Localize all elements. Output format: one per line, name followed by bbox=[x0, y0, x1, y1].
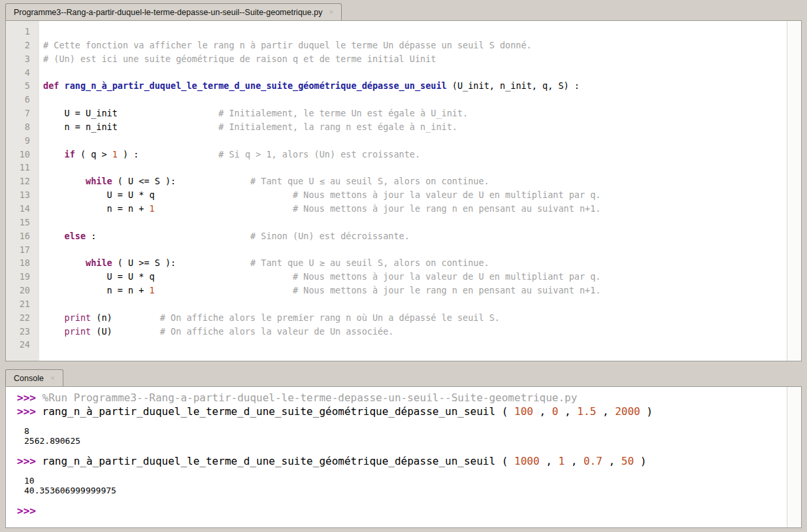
console-output[interactable]: >>> %Run Programme3--Rang-a-partir-duque… bbox=[6, 387, 787, 527]
console-line: 2562.890625 bbox=[17, 437, 787, 446]
line-number: 4 bbox=[6, 66, 30, 80]
console-prompt: >>> bbox=[17, 391, 42, 404]
code-line: n = n + 1 # Nous mettons à jour le rang … bbox=[43, 284, 787, 297]
line-number: 22 bbox=[6, 311, 30, 325]
code-line bbox=[43, 161, 787, 175]
console-output-text: 10 bbox=[24, 476, 35, 486]
thonny-window: { "colors": { "window_bg": "#d3cfc8", "t… bbox=[0, 0, 807, 532]
editor-tab-title: Programme3--Rang-a-partir-duquel-le-term… bbox=[14, 8, 322, 17]
line-number: 15 bbox=[6, 216, 30, 229]
line-number: 3 bbox=[6, 52, 30, 66]
code-line bbox=[43, 297, 787, 311]
line-number: 17 bbox=[6, 243, 30, 257]
console-line: 40.353606999999975 bbox=[17, 486, 787, 496]
line-number: 9 bbox=[6, 134, 30, 148]
code-line: print (U) # On affiche alors la valeur d… bbox=[43, 325, 787, 339]
console-line: 8 bbox=[17, 427, 787, 437]
console-panel: >>> %Run Programme3--Rang-a-partir-duque… bbox=[5, 386, 802, 528]
code-line: else : # Sinon (Un) est décroissante. bbox=[43, 229, 787, 243]
console-tab-title: Console bbox=[14, 374, 44, 383]
console-output-text: 40.353606999999975 bbox=[24, 486, 116, 495]
line-number: 11 bbox=[6, 161, 30, 175]
code-line bbox=[43, 66, 787, 80]
console-line: >>> bbox=[17, 504, 787, 518]
console-gap bbox=[17, 418, 787, 427]
console-gap bbox=[17, 446, 787, 454]
code-line bbox=[43, 243, 787, 257]
line-number: 5 bbox=[6, 79, 30, 93]
code-line: print (n) # On affiche alors le premier … bbox=[43, 311, 787, 325]
code-line: U = U * q # Nous mettons à jour la valeu… bbox=[43, 270, 787, 284]
line-number: 10 bbox=[6, 148, 30, 161]
code-line: n = n + 1 # Nous mettons à jour le rang … bbox=[43, 202, 787, 216]
code-line bbox=[43, 93, 787, 107]
line-number: 14 bbox=[6, 202, 30, 216]
editor-code[interactable]: # Cette fonction va afficher le rang n à… bbox=[39, 21, 787, 361]
tab-editor-file[interactable]: Programme3--Rang-a-partir-duquel-le-term… bbox=[5, 3, 342, 21]
line-number: 7 bbox=[6, 107, 30, 120]
console-scrollbar[interactable] bbox=[787, 387, 801, 527]
line-number: 8 bbox=[6, 120, 30, 134]
line-number: 23 bbox=[6, 325, 30, 339]
line-number: 19 bbox=[6, 270, 30, 284]
tab-console[interactable]: Console × bbox=[5, 369, 63, 387]
line-number: 12 bbox=[6, 175, 30, 188]
line-number: 20 bbox=[6, 284, 30, 297]
code-line: U = U_init # Initialement, le terme Un e… bbox=[43, 107, 787, 120]
editor-tab-close-icon[interactable]: × bbox=[329, 8, 333, 16]
editor-panel: 123456789101112131415161718192021222324 … bbox=[5, 20, 802, 361]
console-output-text: 8 bbox=[24, 426, 29, 436]
console-line: 10 bbox=[17, 476, 787, 486]
editor-gutter: 123456789101112131415161718192021222324 bbox=[6, 21, 39, 361]
line-number: 13 bbox=[6, 188, 30, 202]
line-number: 6 bbox=[6, 93, 30, 107]
code-line bbox=[43, 25, 787, 39]
line-number: 21 bbox=[6, 297, 30, 311]
code-line: U = U * q # Nous mettons à jour la valeu… bbox=[43, 188, 787, 202]
console-line: >>> %Run Programme3--Rang-a-partir-duque… bbox=[17, 391, 787, 405]
code-line: while ( U >= S ): # Tant que U ≥ au seui… bbox=[43, 256, 787, 270]
line-number: 24 bbox=[6, 338, 30, 352]
code-line bbox=[43, 216, 787, 229]
code-line bbox=[43, 338, 787, 352]
line-number: 16 bbox=[6, 229, 30, 243]
code-line: if ( q > 1 ) : # Si q > 1, alors (Un) es… bbox=[43, 148, 787, 161]
editor-scrollbar[interactable] bbox=[787, 21, 801, 361]
line-number: 1 bbox=[6, 25, 30, 39]
line-number: 18 bbox=[6, 256, 30, 270]
code-line: n = n_init # Initialement, la rang n est… bbox=[43, 120, 787, 134]
line-number: 2 bbox=[6, 39, 30, 52]
code-line: # (Un) est ici une suite géométrique de … bbox=[43, 52, 787, 66]
code-line: def rang_n_à_partir_duquel_le_terme_d_un… bbox=[43, 79, 787, 93]
console-line: >>> rang_n_à_partir_duquel_le_terme_d_un… bbox=[17, 454, 787, 468]
console-tab-close-icon[interactable]: × bbox=[50, 374, 55, 382]
console-gap bbox=[17, 468, 787, 476]
code-line bbox=[43, 134, 787, 148]
console-prompt: >>> bbox=[17, 505, 42, 517]
console-output-text: 2562.890625 bbox=[24, 436, 80, 446]
code-line: # Cette fonction va afficher le rang n à… bbox=[43, 39, 787, 52]
console-prompt: >>> bbox=[17, 405, 42, 418]
console-prompt: >>> bbox=[17, 455, 42, 467]
console-line: >>> rang_n_à_partir_duquel_le_terme_d_un… bbox=[17, 405, 787, 418]
console-gap bbox=[17, 495, 787, 504]
code-line: while ( U <= S ): # Tant que U ≤ au seui… bbox=[43, 175, 787, 188]
